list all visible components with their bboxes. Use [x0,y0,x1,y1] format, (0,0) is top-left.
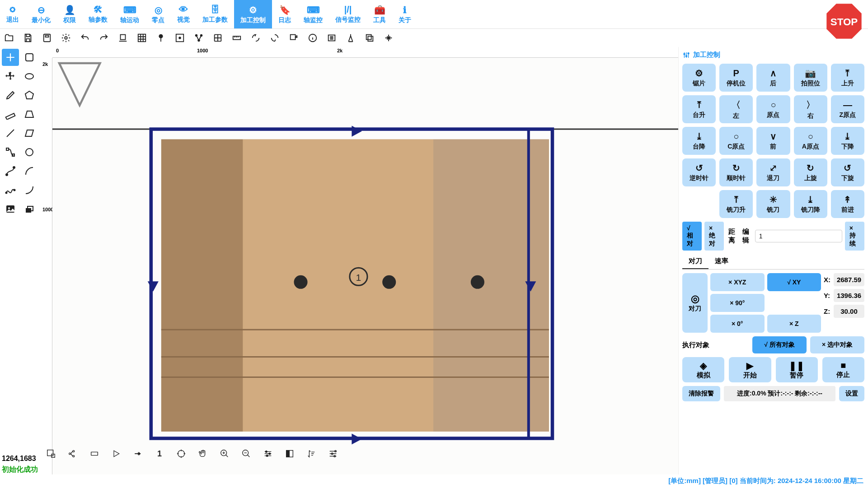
ctrl-左[interactable]: 〈左 [719,95,753,123]
knife-xy[interactable]: √ XY [767,273,821,291]
tool-ruler[interactable] [2,106,19,123]
ctrl-台降[interactable]: ⤓台降 [682,127,716,155]
bt-measure-icon[interactable] [89,449,100,459]
measure-icon[interactable] [231,33,242,43]
compass-icon[interactable] [345,33,356,43]
ctrl-Z原点[interactable]: —Z原点 [831,95,864,123]
bt-play-icon[interactable] [110,449,122,458]
grid-icon[interactable] [136,33,147,43]
ctrl-下旋[interactable]: ↺下旋 [831,158,864,186]
ctrl-下降[interactable]: ⤓下降 [831,127,864,155]
menu-3[interactable]: 🛠轴参数 [82,0,114,28]
open-icon[interactable] [4,33,14,43]
tool-spline[interactable] [2,181,19,199]
knife-xyz[interactable]: × XYZ [710,273,765,291]
bt-sort-icon[interactable] [305,449,317,459]
ctrl-台升[interactable]: ⤒台升 [682,95,716,123]
knife-0[interactable]: × 0° [710,315,765,333]
tool-cross[interactable] [2,49,19,66]
align-icon[interactable] [117,33,128,43]
bt-contrast-icon[interactable] [284,449,296,459]
exec-selected[interactable]: × 选中对象 [810,336,864,353]
tool-layers[interactable] [21,200,38,218]
continue-toggle[interactable]: × 持续 [845,222,864,251]
menu-7[interactable]: 🗄加工参数 [196,0,234,28]
save-icon[interactable] [23,33,33,43]
bt-corner-icon[interactable] [45,449,57,459]
ctrl-铣刀升[interactable]: ⤒铣刀升 [719,190,753,218]
info-icon[interactable] [307,33,318,43]
ctrl-前进[interactable]: ↟前进 [831,190,864,218]
rotate2-icon[interactable] [269,33,280,43]
stop-run-button[interactable]: ■停止 [822,357,864,382]
simulate-button[interactable]: ◈模拟 [682,357,724,382]
menu-4[interactable]: ⌨轴运动 [114,0,145,28]
ctrl-后[interactable]: ∧后 [756,64,790,92]
tool-arc2[interactable] [21,181,38,199]
bt-filter-icon[interactable] [327,449,339,459]
ctrl-顺时针[interactable]: ↻顺时针 [719,158,753,186]
menu-11[interactable]: |/|信号监控 [329,0,367,28]
absolute-toggle[interactable]: × 绝对 [704,222,724,251]
tool-curve[interactable] [2,163,19,180]
ctrl-A原点[interactable]: ○A原点 [794,127,827,155]
settings-icon[interactable] [61,33,71,43]
ctrl-锯片[interactable]: ⚙锯片 [682,64,716,92]
menu-8[interactable]: ⚙加工控制 [234,0,272,28]
undo-icon[interactable] [80,33,90,43]
stop-button[interactable]: STOP [825,2,863,41]
rotate1-icon[interactable] [250,33,261,43]
tool-line[interactable] [2,125,19,142]
redo-icon[interactable] [99,33,109,43]
edit-label[interactable]: 编辑 [741,228,752,245]
menu-6[interactable]: 👁视觉 [171,0,196,28]
tool-move[interactable] [2,68,19,85]
ctrl-拍照位[interactable]: 📷拍照位 [794,64,827,92]
menu-10[interactable]: ⌨轴监控 [297,0,329,28]
bt-arrow-icon[interactable] [132,449,144,458]
bt-zoomout-icon[interactable] [240,449,252,459]
menu-12[interactable]: 🧰工具 [367,0,392,28]
tool-trapezoid[interactable] [21,106,38,123]
ctrl-原点[interactable]: ○原点 [756,95,790,123]
ctrl-右[interactable]: 〉右 [794,95,827,123]
copy-icon[interactable] [364,33,375,43]
tab-knife[interactable]: 对刀 [682,254,708,269]
menu-0[interactable]: ⭘退出 [0,0,25,28]
tool-circle[interactable] [21,144,38,161]
ctrl-逆时针[interactable]: ↺逆时针 [682,158,716,186]
ctrl-停机位[interactable]: P停机位 [719,64,753,92]
tool-bezier[interactable] [2,144,19,161]
bt-step-number[interactable]: 1 [154,449,165,459]
menu-5[interactable]: ◎零点 [145,0,171,28]
ctrl-上旋[interactable]: ↻上旋 [794,158,827,186]
menu-2[interactable]: 👤权限 [57,0,82,28]
ctrl-铣刀[interactable]: ✳铣刀 [756,190,790,218]
tab-rate[interactable]: 速率 [708,254,735,269]
center-icon[interactable] [383,33,394,43]
tool-arc[interactable] [21,163,38,180]
tool-rect[interactable] [21,49,38,66]
bt-target-icon[interactable] [175,449,187,459]
knife-main-button[interactable]: ◎ 对刀 [682,273,708,333]
bt-hand-icon[interactable] [197,449,209,459]
pause-button[interactable]: ❚❚暂停 [776,357,818,382]
start-button[interactable]: ▶开始 [729,357,771,382]
clear-alarm-button[interactable]: 清除报警 [682,386,720,401]
canvas[interactable]: 1 [52,58,678,474]
tool-pencil[interactable] [2,87,19,104]
ctrl-C原点[interactable]: ○C原点 [719,127,753,155]
tool-parallelogram[interactable] [21,125,38,142]
ctrl-铣刀降[interactable]: ⤓铣刀降 [794,190,827,218]
menu-9[interactable]: 🔖日志 [272,0,297,28]
bt-sliders-icon[interactable] [262,449,274,459]
settings-button[interactable]: 设置 [839,386,864,401]
pin-icon[interactable] [155,33,166,43]
add-point-icon[interactable] [174,33,185,43]
menu-1[interactable]: ⊖最小化 [25,0,57,28]
tool-polygon[interactable] [21,87,38,104]
list-icon[interactable] [326,33,337,43]
bt-zoomin-icon[interactable] [219,449,230,459]
distance-input[interactable] [755,230,842,242]
ctrl-前[interactable]: ∨前 [756,127,790,155]
